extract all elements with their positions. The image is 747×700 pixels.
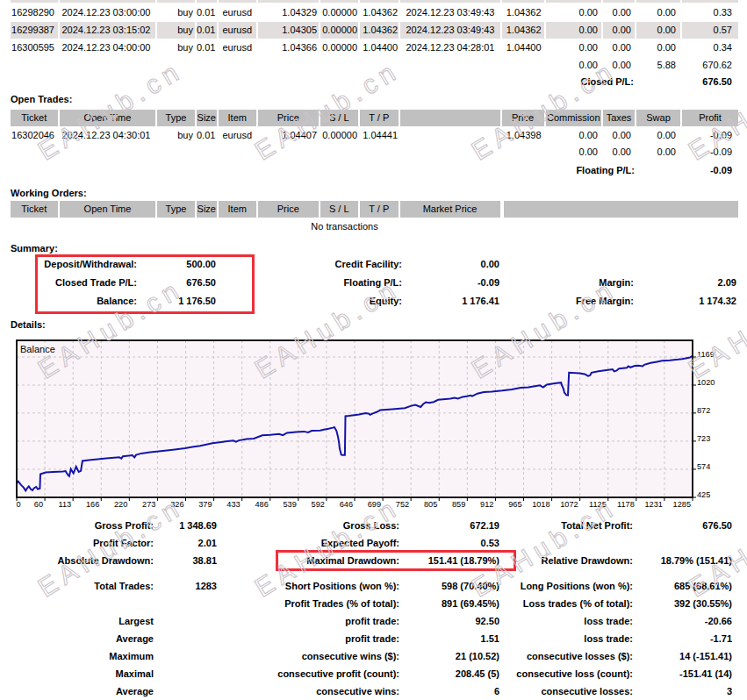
size-cell (197, 0, 217, 3)
column-header-type: Type (157, 201, 195, 218)
tp-cell: 1.04441 (360, 127, 399, 144)
table-row: 16300595 2024.12.23 04:00:00 buy 0.01 eu… (0, 39, 747, 56)
stat-v3-8: -151.41 (14) (679, 666, 732, 682)
x-tick-label: 539 (283, 500, 296, 509)
x-tick-label: 805 (424, 500, 437, 509)
table-row: 16302046 2024.12.23 04:30:01 buy 0.01 eu… (0, 127, 747, 144)
stats-row: Maximum consecutive wins ($): 21 (10.52)… (0, 648, 747, 665)
summary-equity-value: 1 176.41 (462, 293, 499, 310)
stats-row: Total Trades: 1283 Short Positions (won … (0, 578, 747, 595)
item-cell (219, 0, 257, 3)
x-tick-label: 1285 (673, 500, 691, 509)
stat-l1-8: Maximal (116, 666, 154, 682)
x-tick-label: 379 (198, 500, 212, 509)
column-header-tp: T / P (360, 201, 399, 218)
y-tick-label: 574 (697, 462, 710, 471)
total-swap: 0.00 (636, 144, 680, 161)
stats-row: Largest profit trade: 92.50 loss trade: … (0, 613, 747, 630)
commission-cell: 0.00 (546, 127, 602, 144)
profit-cell (682, 0, 738, 3)
total-profit: -0.09 (682, 144, 738, 161)
column-header-sl: S / L (320, 110, 359, 126)
tp-cell: 1.04362 (360, 4, 399, 21)
stat-v2-8: 208.45 (5) (456, 666, 499, 682)
close_time-cell: 2024.12.23 04:28:01 (400, 39, 500, 56)
x-tick-label: 486 (255, 500, 268, 509)
size-cell: 0.01 (197, 127, 217, 144)
x-tick-label: 326 (170, 500, 183, 509)
stat-l2-7: consecutive wins ($): (302, 648, 399, 665)
summary-balance-label: Balance: (97, 293, 137, 310)
column-header-price: Price (258, 201, 319, 218)
column-header-ticket: Ticket (11, 110, 59, 126)
y-tick-label: 1020 (697, 378, 715, 387)
stat-v2-9: 6 (494, 683, 499, 700)
stat-v3-0: 676.50 (702, 518, 732, 534)
column-header-type: Type (157, 110, 195, 126)
open-totals-row: 0.00 0.00 0.00 -0.09 (0, 144, 747, 161)
total-swap: 5.88 (636, 57, 680, 74)
column-header-close_price: Price (502, 110, 544, 126)
mt4-statement-report: 16298290 2024.12.23 03:00:00 buy 0.01 eu… (0, 0, 747, 700)
stat-v2-1: 0.53 (481, 535, 499, 552)
total-profit: 670.62 (682, 57, 738, 74)
column-header-profit: Profit (682, 110, 738, 126)
stat-l2-6: profit trade: (345, 631, 399, 647)
x-tick-label: 220 (114, 500, 127, 509)
open_time-cell: 2024.12.23 04:00:00 (60, 39, 155, 56)
column-header-item: Item (219, 110, 257, 126)
column-header-swap: Swap (636, 110, 680, 126)
ticket-cell: 16300595 (11, 39, 59, 56)
y-tick-label: 1169 (697, 350, 715, 359)
stat-l2-2: Maximal Drawdown: (306, 553, 399, 569)
sl-cell: 0.00000 (320, 127, 359, 144)
ticket-cell (11, 0, 59, 3)
stat-l2-4: Profit Trades (% of total): (284, 596, 399, 612)
type-cell (157, 0, 195, 3)
commission-cell: 0.00 (546, 22, 602, 39)
profit-cell: 0.33 (682, 4, 738, 21)
summary-credit-value: 0.00 (481, 256, 499, 273)
stat-l1-9: Average (116, 683, 154, 700)
table-row: 16299387 2024.12.23 03:15:02 buy 0.01 eu… (0, 22, 747, 39)
summary-row: Deposit/Withdrawal: 500.00 Credit Facili… (0, 256, 747, 273)
size-cell: 0.01 (197, 22, 217, 39)
size-cell: 0.01 (197, 39, 217, 56)
total-taxes: 0.00 (603, 57, 635, 74)
commission-cell: 0.00 (546, 39, 602, 56)
commission-cell: 0.00 (546, 4, 602, 21)
summary-free_margin-label: Free Margin: (576, 293, 634, 310)
stat-v2-0: 672.19 (470, 518, 499, 534)
profit-cell: 0.34 (682, 39, 738, 56)
stat-l2-3: Short Positions (won %): (285, 578, 399, 595)
y-tick-label: 723 (697, 434, 710, 443)
stat-v1-3: 1283 (196, 578, 217, 595)
type-cell: buy (157, 127, 195, 144)
close_time-cell: 2024.12.23 03:49:43 (400, 22, 500, 39)
type-cell: buy (157, 39, 195, 56)
stat-l3-4: Loss trades (% of total): (523, 596, 633, 612)
stat-v2-2: 151.41 (18.79%) (428, 553, 499, 569)
summary-margin-label: Margin: (599, 275, 634, 291)
size-cell: 0.01 (197, 4, 217, 21)
x-tick-label: 60 (34, 500, 43, 509)
stat-l1-3: Total Trades: (94, 578, 154, 595)
floating-pl-label: Floating P/L: (576, 162, 635, 179)
stat-l1-6: Average (116, 631, 154, 647)
stat-v3-9: 3 (727, 683, 732, 700)
summary-deposit-label: Deposit/Withdrawal: (44, 256, 137, 273)
stat-v2-7: 21 (10.52) (456, 648, 499, 665)
stat-v3-2: 18.79% (151.41) (661, 553, 732, 569)
x-tick-label: 859 (452, 500, 465, 509)
item-cell: eurusd (219, 22, 257, 39)
stat-l3-6: loss trade: (584, 631, 633, 647)
open-trades-header-row: Ticket Open Time Type Size Item Price S … (0, 110, 747, 126)
summary-deposit-value: 500.00 (186, 256, 216, 273)
price-cell: 1.04407 (258, 127, 319, 144)
closed-pl-value: 676.50 (702, 74, 732, 90)
stat-l1-0: Gross Profit: (95, 518, 154, 534)
stats-row: Profit Factor: 2.01 Expected Payoff: 0.5… (0, 535, 747, 552)
stat-v3-3: 685 (68.61%) (674, 578, 732, 595)
x-tick-label: 965 (508, 500, 521, 509)
closed-totals-row: 0.00 0.00 5.88 670.62 (0, 57, 747, 74)
